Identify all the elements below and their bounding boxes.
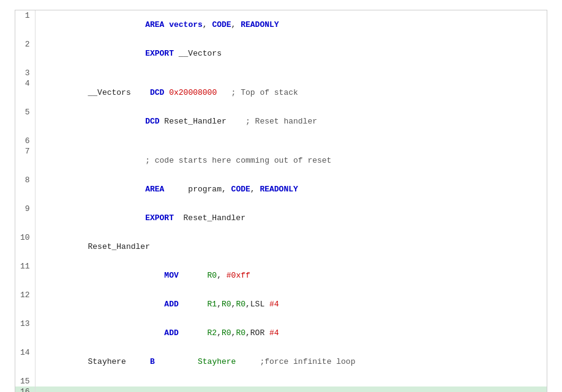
code-line-14: 14 Stayhere B Stayhere ;force infinite l… — [15, 347, 547, 376]
code-line-13: 13 ADD R2,R0,R0,ROR #4 — [15, 319, 547, 347]
code-line-6: 6 — [15, 136, 547, 146]
code-line-1: 1 AREA vectors, CODE, READONLY — [15, 10, 547, 39]
code-line-5: 5 DCD Reset_Handler ; Reset handler — [15, 107, 547, 136]
code-line-8: 8 AREA program, CODE, READONLY — [15, 175, 547, 204]
code-line-10: 10 Reset_Handler — [15, 232, 547, 261]
code-line-2: 2 EXPORT __Vectors — [15, 39, 547, 68]
code-line-11: 11 MOV R0, #0xff — [15, 261, 547, 290]
code-line-3: 3 — [15, 68, 547, 78]
code-line-16: 16 END ;end of program — [15, 386, 547, 392]
code-editor: 1 AREA vectors, CODE, READONLY 2 EXPORT … — [15, 10, 547, 392]
code-line-15: 15 — [15, 376, 547, 386]
code-line-12: 12 ADD R1,R0,R0,LSL #4 — [15, 290, 547, 319]
code-line-4: 4 __Vectors DCD 0x20008000 ; Top of stac… — [15, 78, 547, 107]
code-line-7: 7 ; code starts here comming out of rese… — [15, 146, 547, 175]
code-line-9: 9 EXPORT Reset_Handler — [15, 204, 547, 232]
